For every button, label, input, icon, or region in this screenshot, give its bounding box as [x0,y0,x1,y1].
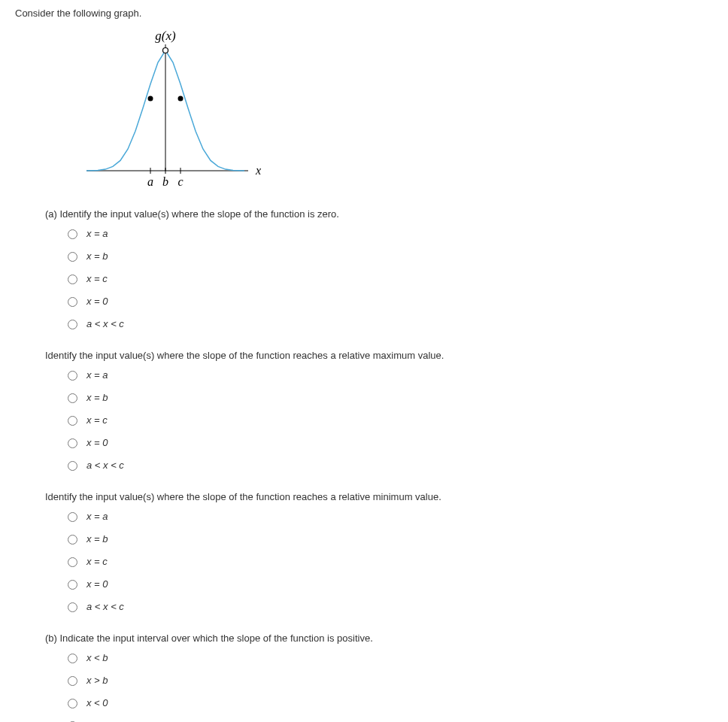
option-label: x = 0 [86,578,108,590]
option-label: x = b [86,533,108,545]
option-label: a < x < c [86,460,124,471]
option-label: x = a [86,369,108,381]
svg-text:x: x [255,164,261,177]
option-radio[interactable] [68,393,77,403]
svg-text:c: c [177,175,183,188]
option-label: x = b [86,250,108,262]
option-label: x = c [86,414,108,426]
option-radio[interactable] [68,320,77,329]
svg-point-9 [163,48,168,53]
option-label: a < x < c [86,318,124,329]
options-group: x = ax = bx = cx = 0a < x < c [64,367,713,472]
option-label: a < x < c [86,720,124,723]
question-block: Identify the input value(s) where the sl… [15,491,713,614]
option-radio[interactable] [68,512,77,522]
option-radio[interactable] [68,252,77,262]
option-row: x = c [64,271,713,286]
option-row: a < x < c [64,316,713,331]
option-radio[interactable] [68,461,77,471]
intro-text: Consider the following graph. [15,8,713,19]
svg-point-10 [178,96,184,102]
question-prompt: Identify the input value(s) where the sl… [45,350,713,361]
option-radio[interactable] [68,297,77,307]
question-block: (b) Indicate the input interval over whi… [15,633,713,722]
option-label: x = c [86,273,108,284]
option-row: x = 0 [64,435,713,450]
option-radio[interactable] [68,654,77,663]
options-group: x = ax = bx = cx = 0a < x < c [64,226,713,331]
question-prompt: Identify the input value(s) where the sl… [45,491,713,502]
option-row: x < 0 [64,695,713,710]
option-row: x < b [64,650,713,665]
option-radio[interactable] [68,275,77,284]
question-block: (a) Identify the input value(s) where th… [15,208,713,331]
option-row: x = a [64,226,713,241]
svg-text:b: b [162,175,168,188]
option-label: x = 0 [86,437,108,448]
option-label: x > b [86,675,108,686]
option-radio[interactable] [68,229,77,239]
option-radio[interactable] [68,416,77,426]
option-label: x = c [86,556,108,567]
option-row: a < x < c [64,599,713,614]
option-row: x = b [64,390,713,405]
option-radio[interactable] [68,371,77,381]
option-row: x = 0 [64,576,713,591]
question-prompt: (b) Indicate the input interval over whi… [45,633,713,644]
graph-figure: abcg(x)x [68,28,713,193]
question-block: Identify the input value(s) where the sl… [15,350,713,472]
question-prompt: (a) Identify the input value(s) where th… [45,208,713,220]
options-group: x < bx > bx < 0a < x < c(−∞, ∞) [64,650,713,722]
option-row: a < x < c [64,717,713,722]
svg-text:g(x): g(x) [155,29,176,43]
option-label: x = b [86,392,108,403]
option-radio[interactable] [68,602,77,612]
option-radio[interactable] [68,438,77,448]
option-label: x = a [86,511,108,522]
svg-point-8 [148,96,153,102]
option-radio[interactable] [68,557,77,567]
svg-text:a: a [147,175,153,188]
option-row: x = a [64,508,713,523]
option-radio[interactable] [68,676,77,686]
option-label: x = 0 [86,296,108,307]
option-row: x > b [64,672,713,687]
option-label: x = a [86,228,108,239]
option-row: a < x < c [64,457,713,472]
option-label: x < 0 [86,697,108,708]
bell-curve-chart: abcg(x)x [68,28,263,193]
option-row: x = 0 [64,293,713,308]
option-row: x = b [64,248,713,263]
option-row: x = b [64,531,713,546]
option-row: x = c [64,554,713,569]
option-row: x = a [64,367,713,382]
option-row: x = c [64,412,713,427]
option-label: a < x < c [86,601,124,612]
option-radio[interactable] [68,535,77,545]
option-radio[interactable] [68,580,77,590]
options-group: x = ax = bx = cx = 0a < x < c [64,508,713,614]
option-label: x < b [86,652,108,663]
option-radio[interactable] [68,699,77,708]
